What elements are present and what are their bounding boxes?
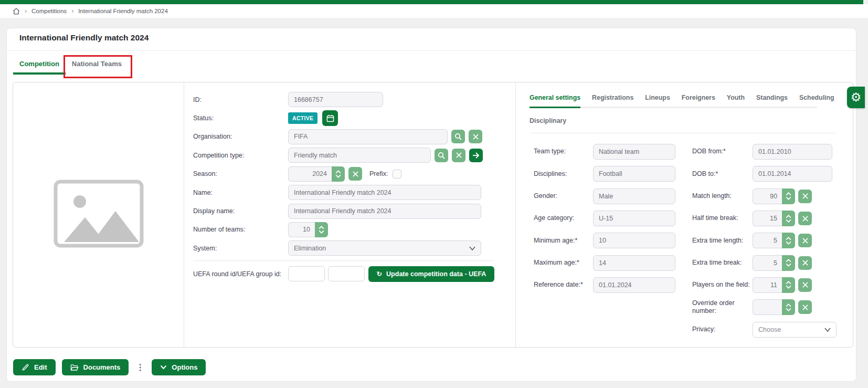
competition-type-goto-button[interactable] — [469, 149, 483, 162]
update-competition-data-uefa-button[interactable]: ↻ Update competition data - UEFA — [368, 266, 494, 282]
extra-time-length-clear-button[interactable] — [798, 234, 812, 247]
number-of-teams-stepper[interactable] — [315, 222, 328, 237]
options-button-label: Options — [172, 363, 197, 371]
override-order-number-clear-button[interactable] — [798, 300, 812, 314]
x-icon — [802, 282, 808, 288]
half-time-break-stepper[interactable] — [782, 211, 795, 226]
number-of-teams-input[interactable] — [288, 222, 315, 237]
system-label: System: — [193, 245, 288, 252]
uefa-ids-label: UEFA round id/UEFA group id: — [193, 270, 288, 278]
disciplines-input[interactable] — [593, 166, 675, 182]
match-length-label: Match length: — [692, 192, 753, 201]
tab-competition[interactable]: Competition — [13, 55, 66, 75]
edit-button[interactable]: Edit — [13, 359, 56, 375]
calendar-icon — [326, 114, 334, 122]
system-select[interactable]: Elimination — [288, 240, 481, 256]
top-accent-bar — [0, 0, 863, 4]
players-on-field-stepper[interactable] — [782, 277, 795, 293]
tab-registrations[interactable]: Registrations — [592, 94, 633, 108]
privacy-select[interactable]: Choose — [753, 322, 837, 338]
extra-time-break-stepper[interactable] — [782, 255, 795, 271]
dob-to-input[interactable] — [753, 166, 832, 182]
tab-general-settings[interactable]: General settings — [530, 94, 580, 108]
name-label: Name: — [193, 189, 288, 196]
minimum-age-input[interactable] — [593, 233, 675, 248]
reference-date-input[interactable] — [593, 277, 675, 293]
tab-national-teams[interactable]: National Teams — [66, 55, 128, 75]
name-input[interactable] — [288, 185, 481, 200]
x-icon — [802, 193, 808, 199]
tab-youth[interactable]: Youth — [727, 94, 745, 108]
competition-type-clear-button[interactable] — [452, 149, 465, 162]
home-icon[interactable] — [13, 8, 20, 15]
players-on-field-input[interactable] — [753, 277, 782, 293]
season-label: Season: — [193, 170, 288, 177]
prefix-label: Prefix: — [369, 170, 388, 177]
breadcrumb-current: International Friendly match 2024 — [78, 8, 168, 14]
override-order-number-input[interactable] — [753, 299, 782, 315]
form-row-uefa: UEFA round id/UEFA group id: ↻ Update co… — [193, 266, 515, 282]
uefa-round-id-input[interactable] — [288, 266, 325, 281]
team-type-input[interactable] — [593, 144, 675, 160]
kebab-menu-icon[interactable]: ⋮ — [135, 363, 145, 372]
organisation-input[interactable] — [288, 129, 448, 144]
breadcrumb-competitions[interactable]: Competitions — [31, 8, 67, 14]
match-length-clear-button[interactable] — [798, 190, 812, 203]
tab-scheduling[interactable]: Scheduling — [799, 94, 834, 108]
organisation-search-button[interactable] — [451, 130, 465, 143]
season-input[interactable] — [288, 166, 332, 182]
status-badge: ACTIVE — [288, 112, 317, 124]
chevron-down-icon — [786, 241, 791, 245]
main-tabs: Competition National Teams — [13, 55, 128, 75]
maximum-age-label: Maximum age:* — [534, 259, 593, 267]
extra-time-length-input[interactable] — [753, 233, 782, 248]
x-icon — [802, 238, 808, 244]
tab-standings[interactable]: Standings — [756, 94, 788, 108]
page-title: International Friendly match 2024 — [19, 33, 149, 43]
tab-lineups[interactable]: Lineups — [645, 94, 670, 108]
form-row-name: Name: — [193, 183, 515, 202]
gender-input[interactable] — [593, 188, 675, 204]
documents-button[interactable]: Documents — [62, 359, 129, 375]
status-history-button[interactable] — [322, 110, 338, 126]
display-name-input[interactable] — [288, 204, 481, 219]
half-time-break-clear-button[interactable] — [798, 212, 812, 225]
breadcrumb-separator: › — [25, 7, 27, 15]
maximum-age-input[interactable] — [593, 255, 675, 271]
form-row-number-of-teams: Number of teams: — [193, 221, 515, 239]
chevron-down-icon — [786, 263, 791, 267]
half-time-break-input[interactable] — [753, 211, 782, 226]
players-on-field-clear-button[interactable] — [798, 278, 812, 292]
extra-time-length-stepper[interactable] — [782, 233, 795, 248]
refresh-icon: ↻ — [377, 270, 382, 278]
season-stepper[interactable] — [332, 166, 345, 182]
dob-from-input[interactable] — [753, 144, 832, 160]
prefix-checkbox[interactable] — [393, 170, 401, 179]
match-length-stepper[interactable] — [782, 188, 795, 204]
match-length-input[interactable] — [753, 188, 782, 204]
settings-left-column: Team type: Disciplines: Gender: Age cate… — [534, 141, 675, 296]
team-type-label: Team type: — [534, 148, 593, 156]
x-icon — [802, 260, 808, 266]
competition-type-search-button[interactable] — [435, 149, 448, 162]
extra-time-break-input[interactable] — [753, 255, 782, 271]
competition-form: ID: Status: ACTIVE Organisation: — [184, 82, 515, 347]
chevron-down-icon — [786, 219, 791, 223]
form-row-id: ID: — [193, 90, 515, 109]
age-category-input[interactable] — [593, 211, 675, 226]
tab-foreigners[interactable]: Foreigners — [682, 94, 715, 108]
organisation-clear-button[interactable] — [469, 130, 482, 143]
title-divider — [7, 50, 856, 51]
chevron-down-icon — [786, 308, 791, 311]
options-button[interactable]: Options — [152, 359, 206, 375]
x-icon — [802, 305, 808, 310]
override-order-number-stepper[interactable] — [782, 299, 795, 315]
competition-type-input[interactable] — [288, 148, 431, 163]
settings-gear-button[interactable]: ⚙ — [847, 87, 865, 108]
chevron-up-icon — [335, 170, 341, 174]
id-input[interactable] — [288, 92, 383, 107]
documents-button-label: Documents — [83, 363, 121, 371]
extra-time-break-clear-button[interactable] — [798, 256, 812, 270]
uefa-group-id-input[interactable] — [328, 266, 365, 281]
season-clear-button[interactable] — [348, 167, 362, 181]
